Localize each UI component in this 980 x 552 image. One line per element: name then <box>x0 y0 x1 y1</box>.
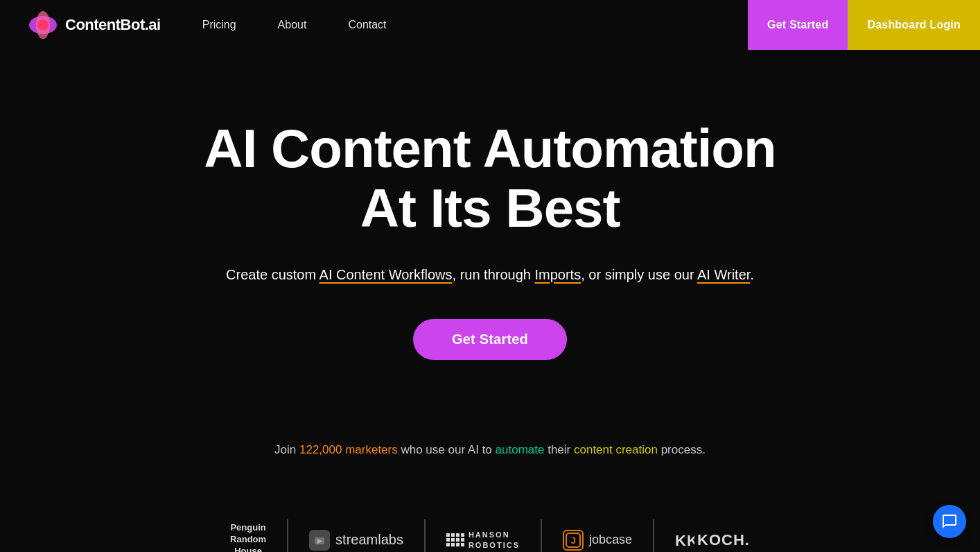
streamlabs-label: streamlabs <box>335 532 403 548</box>
hero-subtitle-mid1: , run through <box>453 267 535 282</box>
svg-text:KK: KK <box>675 532 694 549</box>
svg-text:J: J <box>570 535 575 546</box>
header-get-started-button[interactable]: Get Started <box>748 0 848 50</box>
header: ContentBot.ai Pricing About Contact Get … <box>0 0 980 50</box>
hero-subtitle-suffix: . <box>750 267 754 282</box>
jobcase-icon: J <box>563 530 584 551</box>
social-proof-content-creation: content creation <box>574 443 658 456</box>
hero-link-imports[interactable]: Imports <box>535 267 581 282</box>
header-cta-area: Get Started Dashboard Login <box>748 0 980 50</box>
hero-section: AI Content Automation At Its Best Create… <box>0 50 980 402</box>
social-proof-mid1: who use our AI to <box>398 443 496 456</box>
nav-pricing[interactable]: Pricing <box>202 19 236 31</box>
hero-link-workflows[interactable]: AI Content Workflows <box>320 267 453 282</box>
koch-label: KOCH. <box>697 531 750 549</box>
social-proof-text: Join 122,000 marketers who use our AI to… <box>28 443 952 457</box>
header-dashboard-login-button[interactable]: Dashboard Login <box>848 0 980 50</box>
social-proof-mid2: their <box>544 443 574 456</box>
hero-title: AI Content Automation At Its Best <box>178 119 802 239</box>
logo-divider-4 <box>653 519 654 552</box>
hero-subtitle: Create custom AI Content Workflows, run … <box>226 264 754 286</box>
social-proof-automate: automate <box>496 443 545 456</box>
chat-widget[interactable] <box>933 505 966 538</box>
hero-link-writer[interactable]: AI Writer <box>697 267 750 282</box>
social-proof-count: 122,000 marketers <box>299 443 398 456</box>
logo-divider-1 <box>287 519 288 552</box>
logo-penguin-random-house: PenguinRandomHouse <box>230 522 266 552</box>
svg-point-2 <box>37 19 49 31</box>
main-nav: Pricing About Contact <box>202 19 387 31</box>
hero-get-started-button[interactable]: Get Started <box>413 319 567 360</box>
logo-hanson-robotics: HANSONROBOTICS <box>446 530 520 550</box>
nav-about[interactable]: About <box>278 19 307 31</box>
nav-area: Pricing About Contact <box>161 19 387 31</box>
social-proof-prefix: Join <box>274 443 299 456</box>
hero-subtitle-mid2: , or simply use our <box>581 267 697 282</box>
nav-contact[interactable]: Contact <box>348 19 386 31</box>
social-proof-section: Join 122,000 marketers who use our AI to… <box>0 402 980 506</box>
logo-koch: KK KOCH. <box>675 531 750 549</box>
logo-jobcase: J jobcase <box>563 530 632 551</box>
social-proof-suffix: process. <box>658 443 706 456</box>
streamlabs-icon <box>309 530 330 551</box>
jobcase-label: jobcase <box>589 533 632 547</box>
koch-icon: KK <box>675 532 694 549</box>
logo-divider-2 <box>424 519 426 552</box>
hanson-grid-icon <box>446 533 464 546</box>
partner-logos: PenguinRandomHouse streamlabs HANSONROBO… <box>0 506 980 552</box>
chat-icon <box>941 513 958 530</box>
logo-icon <box>28 10 58 40</box>
hero-subtitle-prefix: Create custom <box>226 267 320 282</box>
logo-link[interactable]: ContentBot.ai <box>28 10 161 40</box>
logo-text: ContentBot.ai <box>65 16 161 34</box>
logo-divider-3 <box>541 519 542 552</box>
logo-streamlabs: streamlabs <box>309 530 403 551</box>
